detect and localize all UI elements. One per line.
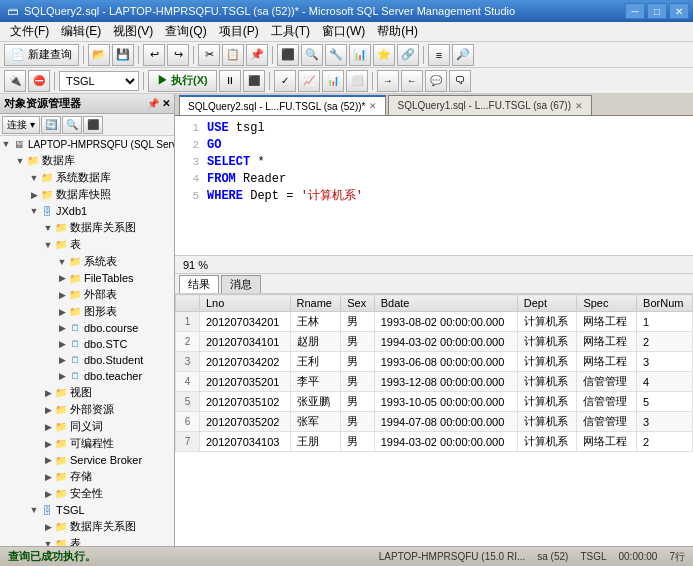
tab1-close[interactable]: ✕ <box>575 101 583 111</box>
table-row[interactable]: 1201207034201王林男1993-08-02 00:00:00.000计… <box>176 312 693 332</box>
menu-project[interactable]: 项目(P) <box>213 21 265 42</box>
expand-graph-tables[interactable]: ▶ <box>56 306 68 318</box>
expand-views[interactable]: ▶ <box>42 387 54 399</box>
tab-query2[interactable]: SQLQuery2.sql - L...FU.TSGL (sa (52))* ✕ <box>179 95 386 115</box>
expand-ext-tables[interactable]: ▶ <box>56 289 68 301</box>
tree-dbo-student[interactable]: ▶ 🗒 dbo.Student <box>0 352 174 368</box>
menu-query[interactable]: 查询(Q) <box>159 21 212 42</box>
btn3[interactable]: 🔧 <box>325 44 347 66</box>
tree-external-tables[interactable]: ▶ 📁 外部表 <box>0 286 174 303</box>
expand-synonyms[interactable]: ▶ <box>42 421 54 433</box>
expand-tsgl-tables[interactable]: ▼ <box>42 538 54 547</box>
expand-security[interactable]: ▶ <box>42 488 54 500</box>
outdent-button[interactable]: ← <box>401 70 423 92</box>
table-row[interactable]: 6201207035202张军男1994-07-08 00:00:00.000计… <box>176 412 693 432</box>
expand-jxdb1-diag[interactable]: ▼ <box>42 222 54 234</box>
expand-dbo-stc[interactable]: ▶ <box>56 338 68 350</box>
cut-button[interactable]: ✂ <box>198 44 220 66</box>
tree-system-dbs[interactable]: ▼ 📁 系统数据库 <box>0 169 174 186</box>
tree-service-broker[interactable]: ▶ 📁 Service Broker <box>0 452 174 468</box>
btn5[interactable]: ⭐ <box>373 44 395 66</box>
tree-jxdb1-diagrams[interactable]: ▼ 📁 数据库关系图 <box>0 219 174 236</box>
expand-jxdb1-tables[interactable]: ▼ <box>42 239 54 251</box>
btn2[interactable]: 🔍 <box>301 44 323 66</box>
tree-db-snapshots[interactable]: ▶ 📁 数据库快照 <box>0 186 174 203</box>
expand-tsgl-diag[interactable]: ▶ <box>42 521 54 533</box>
table-row[interactable]: 4201207035201李平男1993-12-08 00:00:00.000计… <box>176 372 693 392</box>
minimize-button[interactable]: ─ <box>625 3 645 19</box>
clientstats-button[interactable]: 📊 <box>322 70 344 92</box>
tree-dbo-stc[interactable]: ▶ 🗒 dbo.STC <box>0 336 174 352</box>
comment-button[interactable]: 💬 <box>425 70 447 92</box>
refresh-button[interactable]: 🔄 <box>41 116 61 134</box>
tree-jxdb1[interactable]: ▼ 🗄 JXdb1 <box>0 203 174 219</box>
execute-button[interactable]: ▶ 执行(X) <box>148 70 217 92</box>
table-row[interactable]: 2201207034101赵朋男1994-03-02 00:00:00.000计… <box>176 332 693 352</box>
tree-databases-folder[interactable]: ▼ 📁 数据库 <box>0 152 174 169</box>
tree-sys-tables[interactable]: ▼ 📁 系统表 <box>0 253 174 270</box>
btn6[interactable]: 🔗 <box>397 44 419 66</box>
menu-tools[interactable]: 工具(T) <box>265 21 316 42</box>
results-grid[interactable]: Lno Rname Sex Bdate Dept Spec BorNum 120… <box>175 294 693 546</box>
menu-help[interactable]: 帮助(H) <box>371 21 424 42</box>
tree-file-tables[interactable]: ▶ 📁 FileTables <box>0 270 174 286</box>
connect-db-button[interactable]: 连接 ▾ <box>2 116 40 134</box>
expand-sys-tables[interactable]: ▼ <box>56 256 68 268</box>
tree-graph-tables[interactable]: ▶ 📁 图形表 <box>0 303 174 320</box>
tree-dbo-course[interactable]: ▶ 🗒 dbo.course <box>0 320 174 336</box>
result-tab-results[interactable]: 结果 <box>179 275 219 293</box>
tree-programmability[interactable]: ▶ 📁 可编程性 <box>0 435 174 452</box>
tree-security[interactable]: ▶ 📁 安全性 <box>0 485 174 502</box>
expand-server[interactable]: ▼ <box>0 138 12 150</box>
debug-button[interactable]: ⏸ <box>219 70 241 92</box>
showplan-button[interactable]: 📈 <box>298 70 320 92</box>
expand-snapshots[interactable]: ▶ <box>28 189 40 201</box>
expand-jxdb1[interactable]: ▼ <box>28 205 40 217</box>
uncomment-button[interactable]: 🗨 <box>449 70 471 92</box>
save-button[interactable]: 💾 <box>112 44 134 66</box>
menu-view[interactable]: 视图(V) <box>107 21 159 42</box>
expand-dbo-teacher[interactable]: ▶ <box>56 370 68 382</box>
undo-button[interactable]: ↩ <box>143 44 165 66</box>
redo-button[interactable]: ↪ <box>167 44 189 66</box>
btn1[interactable]: ⬛ <box>277 44 299 66</box>
open-button[interactable]: 📂 <box>88 44 110 66</box>
tree-synonyms[interactable]: ▶ 📁 同义词 <box>0 418 174 435</box>
tree-tsgl-tables[interactable]: ▼ 📁 表 <box>0 535 174 546</box>
expand-storage[interactable]: ▶ <box>42 471 54 483</box>
expand-file-tables[interactable]: ▶ <box>56 272 68 284</box>
tab-query1[interactable]: SQLQuery1.sql - L...FU.TSGL (sa (67)) ✕ <box>388 95 592 115</box>
expand-ext-res[interactable]: ▶ <box>42 404 54 416</box>
table-row[interactable]: 7201207034103王朋男1994-03-02 00:00:00.000计… <box>176 432 693 452</box>
tree-server[interactable]: ▼ 🖥 LAPTOP-HMPRSQFU (SQL Server ... <box>0 136 174 152</box>
expand-dbo-student[interactable]: ▶ <box>56 354 68 366</box>
expand-sys-dbs[interactable]: ▼ <box>28 172 40 184</box>
expand-tsgl[interactable]: ▼ <box>28 504 40 516</box>
parse-button[interactable]: ✓ <box>274 70 296 92</box>
maximize-button[interactable]: □ <box>647 3 667 19</box>
menu-window[interactable]: 窗口(W) <box>316 21 371 42</box>
paste-button[interactable]: 📌 <box>246 44 268 66</box>
tree-external-res[interactable]: ▶ 📁 外部资源 <box>0 401 174 418</box>
close-button[interactable]: ✕ <box>669 3 689 19</box>
btn4[interactable]: 📊 <box>349 44 371 66</box>
new-query-button[interactable]: 📄 新建查询 <box>4 44 79 66</box>
expand-broker[interactable]: ▶ <box>42 454 54 466</box>
results-button[interactable]: ⬜ <box>346 70 368 92</box>
tab2-close[interactable]: ✕ <box>369 101 377 111</box>
filter-button[interactable]: 🔍 <box>62 116 82 134</box>
tree-jxdb1-tables[interactable]: ▼ 📁 表 <box>0 236 174 253</box>
result-tab-messages[interactable]: 消息 <box>221 275 261 293</box>
tree-storage[interactable]: ▶ 📁 存储 <box>0 468 174 485</box>
btn7[interactable]: ≡ <box>428 44 450 66</box>
expand-dbo-course[interactable]: ▶ <box>56 322 68 334</box>
disconnect-button[interactable]: ⛔ <box>28 70 50 92</box>
table-row[interactable]: 3201207034202王利男1993-06-08 00:00:00.000计… <box>176 352 693 372</box>
cancel-button[interactable]: ⬛ <box>243 70 265 92</box>
tree-dbo-teacher[interactable]: ▶ 🗒 dbo.teacher <box>0 368 174 384</box>
menu-file[interactable]: 文件(F) <box>4 21 55 42</box>
connect-button[interactable]: 🔌 <box>4 70 26 92</box>
tree-tsgl[interactable]: ▼ 🗄 TSGL <box>0 502 174 518</box>
database-selector[interactable]: TSGL <box>59 71 139 91</box>
expand-prog[interactable]: ▶ <box>42 438 54 450</box>
